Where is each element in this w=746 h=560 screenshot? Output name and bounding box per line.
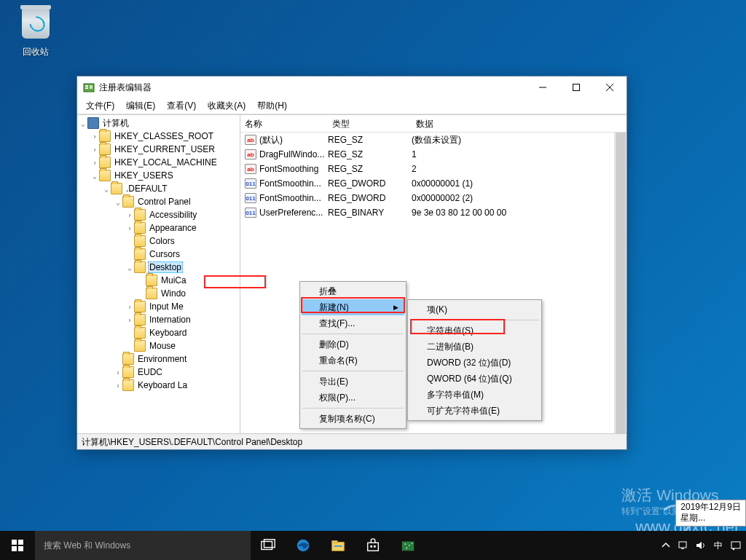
folder-icon xyxy=(146,288,157,299)
close-button[interactable] xyxy=(593,76,627,98)
ctx-new-key[interactable]: 项(K) xyxy=(409,301,540,318)
menubar: 文件(F) 编辑(E) 查看(V) 收藏夹(A) 帮助(H) xyxy=(77,98,627,114)
tree-item[interactable]: Keyboard xyxy=(77,326,240,339)
list-row[interactable]: abFontSmoothingREG_SZ2 xyxy=(240,162,627,176)
tree-item[interactable]: ›Appearance xyxy=(77,221,240,234)
menu-edit[interactable]: 编辑(E) xyxy=(120,98,161,114)
tree-item[interactable]: ›EUDC xyxy=(77,366,240,379)
col-type-header[interactable]: 类型 xyxy=(328,115,412,132)
tree-item[interactable]: ›Keyboard La xyxy=(77,379,240,392)
svg-rect-11 xyxy=(18,546,23,551)
menu-file[interactable]: 文件(F) xyxy=(80,98,120,114)
menu-view[interactable]: 查看(V) xyxy=(161,98,202,114)
tree-item[interactable]: Environment xyxy=(77,352,240,366)
ctx-delete[interactable]: 删除(D) xyxy=(302,336,404,352)
col-data-header[interactable]: 数据 xyxy=(412,115,627,132)
folder-icon xyxy=(111,183,122,194)
svg-rect-10 xyxy=(12,546,17,551)
folder-icon xyxy=(134,209,146,221)
svg-text:中: 中 xyxy=(714,540,723,551)
titlebar[interactable]: 注册表编辑器 xyxy=(77,76,627,98)
value-name: UserPreferenc... xyxy=(259,208,323,218)
tree-hive[interactable]: ›HKEY_LOCAL_MACHINE xyxy=(77,156,240,169)
tree-item[interactable]: ›Input Me xyxy=(77,300,240,313)
value-name: (默认) xyxy=(259,134,283,146)
ctx-new-binary[interactable]: 二进制值(B) xyxy=(409,339,540,355)
svg-rect-8 xyxy=(12,540,17,545)
system-tray[interactable]: 中 xyxy=(656,531,746,560)
computer-icon xyxy=(87,117,99,129)
tree-item[interactable]: Windo xyxy=(77,287,240,300)
tree-hive[interactable]: ⌄HKEY_USERS xyxy=(77,169,240,182)
ctx-new[interactable]: 新建(N)▶ xyxy=(302,299,404,315)
tree-item[interactable]: Cursors xyxy=(77,248,240,261)
tree-hive[interactable]: ›HKEY_CURRENT_USER xyxy=(77,143,240,156)
ctx-new-multistring[interactable]: 多字符串值(M) xyxy=(409,387,540,403)
tree-item[interactable]: Colors xyxy=(77,234,240,248)
notification-icon[interactable] xyxy=(730,540,742,551)
edge-button[interactable] xyxy=(286,531,321,560)
maximize-button[interactable] xyxy=(560,76,593,98)
folder-icon xyxy=(134,327,146,339)
recycle-bin-label: 回收站 xyxy=(23,47,49,57)
explorer-button[interactable] xyxy=(321,531,356,560)
start-button[interactable] xyxy=(0,531,35,560)
ctx-new-dword[interactable]: DWORD (32 位)值(D) xyxy=(409,355,540,371)
volume-icon[interactable] xyxy=(695,540,707,551)
value-bin-icon: 011 xyxy=(245,193,256,203)
tree-item[interactable]: Mouse xyxy=(77,339,240,352)
tree-default[interactable]: ⌄.DEFAULT xyxy=(77,182,240,195)
tray-up-icon[interactable] xyxy=(660,540,672,551)
scrollbar-vertical[interactable] xyxy=(614,133,627,433)
value-ab-icon: ab xyxy=(245,135,256,145)
regedit-taskbar-button[interactable] xyxy=(390,531,425,560)
folder-icon xyxy=(134,314,146,326)
folder-icon xyxy=(134,235,146,247)
tree-desktop-selected[interactable]: ⌄Desktop xyxy=(77,261,240,274)
ctx-new-string[interactable]: 字符串值(S) xyxy=(409,323,540,339)
tree-item[interactable]: ›Accessibility xyxy=(77,208,240,221)
context-submenu-new: 项(K) 字符串值(S) 二进制值(B) DWORD (32 位)值(D) QW… xyxy=(407,299,542,421)
value-ab-icon: ab xyxy=(245,149,256,159)
status-bar: 计算机\HKEY_USERS\.DEFAULT\Control Panel\De… xyxy=(77,433,627,449)
menu-favorites[interactable]: 收藏夹(A) xyxy=(202,98,251,114)
folder-icon xyxy=(134,261,146,273)
ctx-export[interactable]: 导出(E) xyxy=(302,374,404,390)
tree-item[interactable]: MuiCa xyxy=(77,274,240,287)
tree-item[interactable]: ›Internation xyxy=(77,313,240,326)
menu-help[interactable]: 帮助(H) xyxy=(251,98,293,114)
tree-panel[interactable]: ⌄计算机 ›HKEY_CLASSES_ROOT ›HKEY_CURRENT_US… xyxy=(77,115,240,433)
tree-control-panel[interactable]: ⌄Control Panel xyxy=(77,195,240,208)
ctx-collapse[interactable]: 折叠 xyxy=(302,283,404,299)
value-name: FontSmoothin... xyxy=(259,178,321,189)
tree-root[interactable]: ⌄计算机 xyxy=(77,117,240,130)
list-row[interactable]: ab(默认)REG_SZ(数值未设置) xyxy=(240,133,627,147)
value-type: REG_BINARY xyxy=(328,208,412,218)
list-header[interactable]: 名称 类型 数据 xyxy=(240,115,627,133)
ctx-find[interactable]: 查找(F)... xyxy=(302,315,404,331)
tree-hive[interactable]: ›HKEY_CLASSES_ROOT xyxy=(77,130,240,143)
ctx-permissions[interactable]: 权限(P)... xyxy=(302,390,404,406)
search-box[interactable]: 搜索 Web 和 Windows xyxy=(35,531,251,560)
col-name-header[interactable]: 名称 xyxy=(240,115,328,132)
store-button[interactable] xyxy=(356,531,390,560)
ctx-copy-key[interactable]: 复制项名称(C) xyxy=(302,411,404,427)
date-tooltip: 2019年12月9日 星期... xyxy=(675,500,746,527)
value-name: DragFullWindo... xyxy=(259,149,324,159)
ime-icon[interactable]: 中 xyxy=(712,540,724,551)
network-icon[interactable] xyxy=(678,540,689,551)
svg-rect-26 xyxy=(679,542,686,548)
list-row[interactable]: abDragFullWindo...REG_SZ1 xyxy=(240,147,627,162)
list-row[interactable]: 011FontSmoothin...REG_DWORD0x00000001 (1… xyxy=(240,176,627,191)
list-row[interactable]: 011UserPreferenc...REG_BINARY9e 3e 03 80… xyxy=(240,205,627,220)
value-type: REG_SZ xyxy=(328,164,412,174)
minimize-button[interactable] xyxy=(526,76,560,98)
ctx-rename[interactable]: 重命名(R) xyxy=(302,352,404,368)
recycle-bin-desktop-icon[interactable]: 回收站 xyxy=(11,6,60,58)
task-view-button[interactable] xyxy=(251,531,286,560)
list-row[interactable]: 011FontSmoothin...REG_DWORD0x00000002 (2… xyxy=(240,191,627,205)
ctx-new-expandstring[interactable]: 可扩充字符串值(E) xyxy=(409,403,540,419)
svg-rect-17 xyxy=(334,545,342,547)
folder-icon xyxy=(99,170,111,181)
ctx-new-qword[interactable]: QWORD (64 位)值(Q) xyxy=(409,371,540,387)
